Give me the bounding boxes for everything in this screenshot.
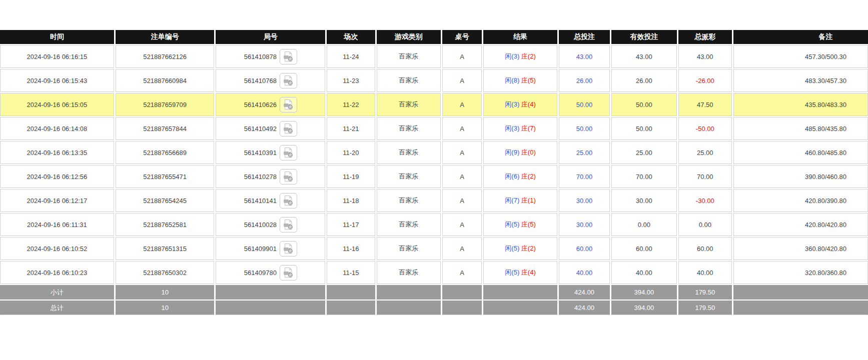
video-playback-icon <box>283 195 294 206</box>
bet-record-row[interactable]: 2024-09-16 06:15:05 521887659709 5614106… <box>0 93 868 116</box>
subtotal-total-payout: 179.50 <box>678 285 732 300</box>
bet-record-row[interactable]: 2024-09-16 06:15:43 521887660984 5614107… <box>0 69 868 92</box>
video-playback-button[interactable] <box>280 121 297 136</box>
session-cell: 11-20 <box>327 141 375 164</box>
session-cell: 11-21 <box>327 117 375 140</box>
result-banker: 庄(4) <box>521 100 536 108</box>
round-number-cell: 561410141 <box>216 189 325 212</box>
remark-cell: 420.80/420.80 <box>733 213 868 236</box>
video-playback-button[interactable] <box>280 265 297 280</box>
total-bet-cell[interactable]: 43.00 <box>559 45 610 68</box>
total-bet-cell[interactable]: 26.00 <box>559 69 610 92</box>
bet-number-cell: 521887651315 <box>116 237 215 260</box>
bet-record-row[interactable]: 2024-09-16 06:10:52 521887651315 5614099… <box>0 237 868 260</box>
bet-record-row[interactable]: 2024-09-16 06:13:35 521887656689 5614103… <box>0 141 868 164</box>
result-player: 闲(3) <box>505 124 519 132</box>
game-type-cell: 百家乐 <box>377 237 441 260</box>
result-cell: 闲(3) 庄(4) <box>483 93 557 116</box>
session-cell: 11-23 <box>327 69 375 92</box>
time-cell: 2024-09-16 06:10:52 <box>0 237 114 260</box>
video-playback-button[interactable] <box>280 169 297 184</box>
result-banker: 庄(4) <box>521 268 536 276</box>
video-playback-button[interactable] <box>280 241 297 256</box>
remark-cell: 360.80/420.80 <box>733 237 868 260</box>
bet-number-cell: 521887656689 <box>116 141 215 164</box>
column-header-game-type: 游戏类别 <box>377 30 441 44</box>
total-bet-cell[interactable]: 30.00 <box>559 189 610 212</box>
bet-records-table-container: 时间 注单编号 局号 场次 游戏类别 桌号 结果 总投注 有效投注 总派彩 备注… <box>0 29 868 316</box>
bet-record-row[interactable]: 2024-09-16 06:12:17 521887654245 5614101… <box>0 189 868 212</box>
total-payout-cell: -30.00 <box>678 189 732 212</box>
bet-number-cell: 521887650302 <box>116 261 215 284</box>
subtotal-valid-bet: 394.00 <box>611 285 676 300</box>
session-cell: 11-24 <box>327 45 375 68</box>
result-cell: 闲(9) 庄(0) <box>483 141 557 164</box>
time-cell: 2024-09-16 06:10:23 <box>0 261 114 284</box>
bet-records-page: { "colors": { "header_bg": "#151515", "f… <box>0 0 868 360</box>
result-banker: 庄(0) <box>521 148 536 156</box>
grand-total-label: 总计 <box>0 300 114 315</box>
valid-bet-cell: 60.00 <box>611 237 676 260</box>
table-number-cell: A <box>442 213 482 236</box>
grand-total-row: 总计 10 424.00 394.00 179.50 <box>0 300 868 315</box>
grand-total-total-payout: 179.50 <box>678 300 732 315</box>
time-cell: 2024-09-16 06:15:05 <box>0 93 114 116</box>
result-player: 闲(9) <box>505 148 519 156</box>
bet-record-row[interactable]: 2024-09-16 06:12:56 521887655471 5614102… <box>0 165 868 188</box>
grand-total-total-bet: 424.00 <box>559 300 610 315</box>
subtotal-total-bet: 424.00 <box>559 285 610 300</box>
bet-number-cell: 521887654245 <box>116 189 215 212</box>
game-type-cell: 百家乐 <box>377 69 441 92</box>
table-number-cell: A <box>442 93 482 116</box>
table-number-cell: A <box>442 165 482 188</box>
bet-record-row[interactable]: 2024-09-16 06:14:08 521887657844 5614104… <box>0 117 868 140</box>
video-playback-button[interactable] <box>280 49 297 64</box>
bet-record-row[interactable]: 2024-09-16 06:11:31 521887652581 5614100… <box>0 213 868 236</box>
total-bet-cell[interactable]: 50.00 <box>559 93 610 116</box>
table-header: 时间 注单编号 局号 场次 游戏类别 桌号 结果 总投注 有效投注 总派彩 备注 <box>0 30 868 44</box>
round-number-cell: 561410028 <box>216 213 325 236</box>
round-number-cell: 561410878 <box>216 45 325 68</box>
round-number-cell: 561410278 <box>216 165 325 188</box>
table-number-cell: A <box>442 189 482 212</box>
bet-number-cell: 521887662126 <box>116 45 215 68</box>
time-cell: 2024-09-16 06:12:56 <box>0 165 114 188</box>
result-player: 闲(7) <box>505 196 519 204</box>
total-bet-cell[interactable]: 25.00 <box>559 141 610 164</box>
round-number-cell: 561409780 <box>216 261 325 284</box>
total-bet-cell[interactable]: 30.00 <box>559 213 610 236</box>
video-playback-icon <box>283 75 294 86</box>
column-header-time: 时间 <box>0 30 114 44</box>
table-footer: 小计 10 424.00 394.00 179.50 总计 10 424.00 … <box>0 285 868 315</box>
bet-record-row[interactable]: 2024-09-16 06:16:15 521887662126 5614108… <box>0 45 868 68</box>
valid-bet-cell: 0.00 <box>611 213 676 236</box>
video-playback-button[interactable] <box>280 193 297 208</box>
video-playback-button[interactable] <box>280 97 297 112</box>
round-number: 561410878 <box>244 53 277 60</box>
game-type-cell: 百家乐 <box>377 189 441 212</box>
video-playback-button[interactable] <box>280 145 297 160</box>
bet-number-cell: 521887660984 <box>116 69 215 92</box>
result-cell: 闲(5) 庄(4) <box>483 261 557 284</box>
total-bet-cell[interactable]: 50.00 <box>559 117 610 140</box>
column-header-valid-bet: 有效投注 <box>611 30 676 44</box>
remark-cell: 435.80/483.30 <box>733 93 868 116</box>
bet-record-row[interactable]: 2024-09-16 06:10:23 521887650302 5614097… <box>0 261 868 284</box>
time-cell: 2024-09-16 06:14:08 <box>0 117 114 140</box>
result-player: 闲(3) <box>505 100 519 108</box>
round-number: 561410626 <box>244 101 277 108</box>
video-playback-icon <box>283 99 294 110</box>
time-cell: 2024-09-16 06:15:43 <box>0 69 114 92</box>
total-payout-cell: 0.00 <box>678 213 732 236</box>
video-playback-button[interactable] <box>280 217 297 232</box>
table-body: 2024-09-16 06:16:15 521887662126 5614108… <box>0 45 868 284</box>
remark-cell: 390.80/460.80 <box>733 165 868 188</box>
total-bet-cell[interactable]: 40.00 <box>559 261 610 284</box>
total-bet-cell[interactable]: 60.00 <box>559 237 610 260</box>
remark-cell: 320.80/360.80 <box>733 261 868 284</box>
round-number: 561410278 <box>244 173 277 180</box>
result-player: 闲(5) <box>505 220 519 228</box>
total-bet-cell[interactable]: 70.00 <box>559 165 610 188</box>
video-playback-button[interactable] <box>280 73 297 88</box>
column-header-bet-number: 注单编号 <box>116 30 215 44</box>
